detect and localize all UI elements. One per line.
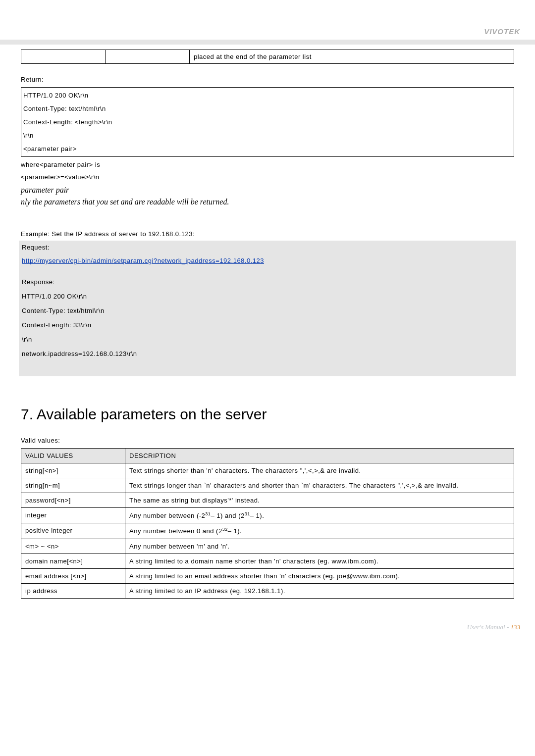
description-cell: Any number between 'm' and 'n'. [125,539,514,554]
response-line: Context-Length: 33\r\n [22,321,513,329]
footer-text: User's Manual - [467,623,511,631]
param-value-line: <parameter>=<value>\r\n [21,173,514,181]
response-line: HTTP/1.0 200 OK\r\n [22,293,513,300]
valid-value-cell: integer [21,508,125,523]
response-line: \r\n [22,336,513,343]
brand-label: VIVOTEK [484,27,520,36]
description-cell: Any number between (-231– 1) and (231– 1… [125,508,514,523]
table-header-desc: DESCRIPTION [125,449,514,463]
top-cell-1 [21,50,106,64]
top-fragment-table: placed at the end of the parameter list [21,50,514,64]
response-line: network.ipaddress=192.168.0.123\r\n [22,350,513,357]
response-label: Response: [22,278,513,286]
valid-values-label: Valid values: [21,437,514,444]
table-row: positive integerAny number between 0 and… [21,523,514,539]
return-line: \r\n [23,132,510,139]
header-strip [0,40,535,45]
valid-value-cell: string[<n>] [21,463,125,478]
footer-page-number: 133 [511,623,521,631]
description-cell: A string limited to an IP address (eg. 1… [125,583,514,598]
valid-value-cell: password[<n>] [21,493,125,508]
table-row: email address [<n>]A string limited to a… [21,568,514,583]
response-line: Content-Type: text/html\r\n [22,307,513,314]
description-cell: A string limited to an email address sho… [125,568,514,583]
where-line: where<parameter pair> is [21,161,514,168]
top-cell-2 [106,50,190,64]
table-row: ip addressA string limited to an IP addr… [21,583,514,598]
request-label: Request: [22,244,513,251]
description-cell: Text strings shorter than 'n' characters… [125,463,514,478]
return-label: Return: [21,76,514,83]
valid-value-cell: email address [<n>] [21,568,125,583]
table-row: integerAny number between (-231– 1) and … [21,508,514,523]
table-row: password[<n>]The same as string but disp… [21,493,514,508]
description-cell: A string limited to a domain name shorte… [125,554,514,568]
valid-value-cell: <m> ~ <n> [21,539,125,554]
italic-note-2: nly the parameters that you set and are … [21,198,514,206]
return-line: Context-Length: <length>\r\n [23,118,510,126]
table-row: string[n~m]Text strings longer than `n' … [21,478,514,493]
example-block: Request: http://myserver/cgi-bin/admin/s… [19,241,516,376]
return-box: HTTP/1.0 200 OK\r\n Content-Type: text/h… [21,87,514,157]
table-row: domain name[<n>]A string limited to a do… [21,554,514,568]
table-header-valid: VALID VALUES [21,449,125,463]
table-row: <m> ~ <n>Any number between 'm' and 'n'. [21,539,514,554]
return-line: Content-Type: text/html\r\n [23,105,510,112]
valid-value-cell: positive integer [21,523,125,539]
description-cell: Any number between 0 and (232– 1). [125,523,514,539]
request-url-link[interactable]: http://myserver/cgi-bin/admin/setparam.c… [22,257,264,264]
valid-value-cell: string[n~m] [21,478,125,493]
section-heading: 7. Available parameters on the server [21,406,514,423]
return-line: <parameter pair> [23,145,510,152]
return-line: HTTP/1.0 200 OK\r\n [23,92,510,99]
table-row: string[<n>]Text strings shorter than 'n'… [21,463,514,478]
valid-value-cell: ip address [21,583,125,598]
italic-note-1: parameter pair [21,186,514,195]
valid-values-table: VALID VALUES DESCRIPTION string[<n>]Text… [21,448,514,599]
example-label: Example: Set the IP address of server to… [21,230,514,238]
page-footer: User's Manual - 133 [0,608,535,641]
valid-value-cell: domain name[<n>] [21,554,125,568]
top-cell-3: placed at the end of the parameter list [190,50,514,64]
description-cell: The same as string but displays'*' inste… [125,493,514,508]
description-cell: Text strings longer than `n' characters … [125,478,514,493]
